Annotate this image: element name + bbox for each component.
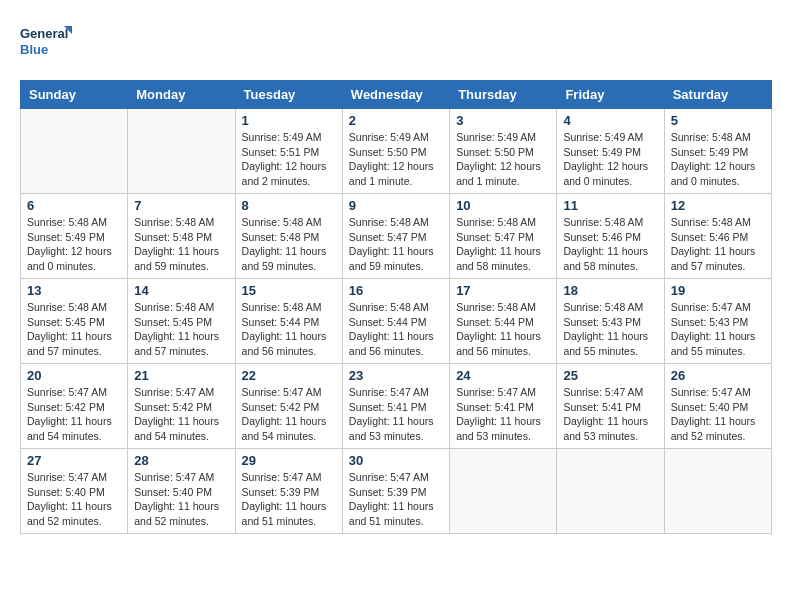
weekday-header: Thursday xyxy=(450,81,557,109)
day-number: 3 xyxy=(456,113,550,128)
calendar-cell: 18Sunrise: 5:48 AM Sunset: 5:43 PM Dayli… xyxy=(557,279,664,364)
day-number: 24 xyxy=(456,368,550,383)
day-number: 5 xyxy=(671,113,765,128)
calendar-week-row: 13Sunrise: 5:48 AM Sunset: 5:45 PM Dayli… xyxy=(21,279,772,364)
day-number: 19 xyxy=(671,283,765,298)
weekday-header: Wednesday xyxy=(342,81,449,109)
calendar-cell xyxy=(557,449,664,534)
calendar-cell: 10Sunrise: 5:48 AM Sunset: 5:47 PM Dayli… xyxy=(450,194,557,279)
day-info: Sunrise: 5:47 AM Sunset: 5:39 PM Dayligh… xyxy=(349,470,443,529)
day-info: Sunrise: 5:48 AM Sunset: 5:43 PM Dayligh… xyxy=(563,300,657,359)
weekday-header: Tuesday xyxy=(235,81,342,109)
logo: General Blue xyxy=(20,20,72,64)
day-info: Sunrise: 5:48 AM Sunset: 5:48 PM Dayligh… xyxy=(134,215,228,274)
day-info: Sunrise: 5:47 AM Sunset: 5:39 PM Dayligh… xyxy=(242,470,336,529)
day-info: Sunrise: 5:47 AM Sunset: 5:40 PM Dayligh… xyxy=(27,470,121,529)
day-info: Sunrise: 5:49 AM Sunset: 5:51 PM Dayligh… xyxy=(242,130,336,189)
day-info: Sunrise: 5:49 AM Sunset: 5:50 PM Dayligh… xyxy=(456,130,550,189)
day-info: Sunrise: 5:48 AM Sunset: 5:45 PM Dayligh… xyxy=(27,300,121,359)
day-number: 20 xyxy=(27,368,121,383)
day-info: Sunrise: 5:48 AM Sunset: 5:44 PM Dayligh… xyxy=(349,300,443,359)
day-number: 18 xyxy=(563,283,657,298)
day-number: 21 xyxy=(134,368,228,383)
calendar-cell: 17Sunrise: 5:48 AM Sunset: 5:44 PM Dayli… xyxy=(450,279,557,364)
day-number: 29 xyxy=(242,453,336,468)
calendar-cell: 19Sunrise: 5:47 AM Sunset: 5:43 PM Dayli… xyxy=(664,279,771,364)
calendar-cell: 28Sunrise: 5:47 AM Sunset: 5:40 PM Dayli… xyxy=(128,449,235,534)
weekday-header: Friday xyxy=(557,81,664,109)
calendar-week-row: 6Sunrise: 5:48 AM Sunset: 5:49 PM Daylig… xyxy=(21,194,772,279)
day-number: 2 xyxy=(349,113,443,128)
day-number: 16 xyxy=(349,283,443,298)
day-info: Sunrise: 5:48 AM Sunset: 5:46 PM Dayligh… xyxy=(671,215,765,274)
calendar-cell: 13Sunrise: 5:48 AM Sunset: 5:45 PM Dayli… xyxy=(21,279,128,364)
calendar-cell: 14Sunrise: 5:48 AM Sunset: 5:45 PM Dayli… xyxy=(128,279,235,364)
day-number: 23 xyxy=(349,368,443,383)
calendar-week-row: 27Sunrise: 5:47 AM Sunset: 5:40 PM Dayli… xyxy=(21,449,772,534)
logo-icon: General Blue xyxy=(20,20,72,64)
calendar-cell: 5Sunrise: 5:48 AM Sunset: 5:49 PM Daylig… xyxy=(664,109,771,194)
weekday-header: Saturday xyxy=(664,81,771,109)
day-info: Sunrise: 5:47 AM Sunset: 5:42 PM Dayligh… xyxy=(27,385,121,444)
day-number: 25 xyxy=(563,368,657,383)
calendar-week-row: 20Sunrise: 5:47 AM Sunset: 5:42 PM Dayli… xyxy=(21,364,772,449)
calendar-cell xyxy=(450,449,557,534)
calendar-cell: 2Sunrise: 5:49 AM Sunset: 5:50 PM Daylig… xyxy=(342,109,449,194)
day-number: 4 xyxy=(563,113,657,128)
day-number: 9 xyxy=(349,198,443,213)
day-info: Sunrise: 5:48 AM Sunset: 5:48 PM Dayligh… xyxy=(242,215,336,274)
calendar-cell: 7Sunrise: 5:48 AM Sunset: 5:48 PM Daylig… xyxy=(128,194,235,279)
day-number: 12 xyxy=(671,198,765,213)
calendar-week-row: 1Sunrise: 5:49 AM Sunset: 5:51 PM Daylig… xyxy=(21,109,772,194)
day-number: 17 xyxy=(456,283,550,298)
day-number: 26 xyxy=(671,368,765,383)
day-number: 1 xyxy=(242,113,336,128)
calendar-cell: 1Sunrise: 5:49 AM Sunset: 5:51 PM Daylig… xyxy=(235,109,342,194)
day-info: Sunrise: 5:47 AM Sunset: 5:40 PM Dayligh… xyxy=(671,385,765,444)
day-number: 27 xyxy=(27,453,121,468)
calendar-cell xyxy=(128,109,235,194)
day-info: Sunrise: 5:48 AM Sunset: 5:46 PM Dayligh… xyxy=(563,215,657,274)
calendar-cell: 4Sunrise: 5:49 AM Sunset: 5:49 PM Daylig… xyxy=(557,109,664,194)
day-info: Sunrise: 5:47 AM Sunset: 5:41 PM Dayligh… xyxy=(349,385,443,444)
day-info: Sunrise: 5:47 AM Sunset: 5:41 PM Dayligh… xyxy=(563,385,657,444)
day-info: Sunrise: 5:49 AM Sunset: 5:50 PM Dayligh… xyxy=(349,130,443,189)
day-number: 14 xyxy=(134,283,228,298)
calendar-cell: 3Sunrise: 5:49 AM Sunset: 5:50 PM Daylig… xyxy=(450,109,557,194)
day-info: Sunrise: 5:48 AM Sunset: 5:45 PM Dayligh… xyxy=(134,300,228,359)
calendar-cell: 29Sunrise: 5:47 AM Sunset: 5:39 PM Dayli… xyxy=(235,449,342,534)
calendar-cell: 8Sunrise: 5:48 AM Sunset: 5:48 PM Daylig… xyxy=(235,194,342,279)
day-info: Sunrise: 5:48 AM Sunset: 5:44 PM Dayligh… xyxy=(456,300,550,359)
day-info: Sunrise: 5:47 AM Sunset: 5:40 PM Dayligh… xyxy=(134,470,228,529)
svg-text:Blue: Blue xyxy=(20,42,48,57)
calendar-cell: 26Sunrise: 5:47 AM Sunset: 5:40 PM Dayli… xyxy=(664,364,771,449)
calendar-cell: 9Sunrise: 5:48 AM Sunset: 5:47 PM Daylig… xyxy=(342,194,449,279)
calendar-cell: 6Sunrise: 5:48 AM Sunset: 5:49 PM Daylig… xyxy=(21,194,128,279)
day-info: Sunrise: 5:47 AM Sunset: 5:43 PM Dayligh… xyxy=(671,300,765,359)
day-info: Sunrise: 5:47 AM Sunset: 5:42 PM Dayligh… xyxy=(242,385,336,444)
page-header: General Blue xyxy=(20,20,772,64)
calendar-cell: 20Sunrise: 5:47 AM Sunset: 5:42 PM Dayli… xyxy=(21,364,128,449)
calendar-cell xyxy=(664,449,771,534)
calendar-cell: 27Sunrise: 5:47 AM Sunset: 5:40 PM Dayli… xyxy=(21,449,128,534)
calendar-cell: 25Sunrise: 5:47 AM Sunset: 5:41 PM Dayli… xyxy=(557,364,664,449)
calendar-table: SundayMondayTuesdayWednesdayThursdayFrid… xyxy=(20,80,772,534)
svg-text:General: General xyxy=(20,26,68,41)
weekday-header: Monday xyxy=(128,81,235,109)
day-info: Sunrise: 5:47 AM Sunset: 5:42 PM Dayligh… xyxy=(134,385,228,444)
day-number: 11 xyxy=(563,198,657,213)
day-number: 28 xyxy=(134,453,228,468)
day-number: 15 xyxy=(242,283,336,298)
calendar-cell xyxy=(21,109,128,194)
day-info: Sunrise: 5:48 AM Sunset: 5:47 PM Dayligh… xyxy=(456,215,550,274)
day-number: 7 xyxy=(134,198,228,213)
weekday-header: Sunday xyxy=(21,81,128,109)
day-number: 30 xyxy=(349,453,443,468)
day-info: Sunrise: 5:48 AM Sunset: 5:47 PM Dayligh… xyxy=(349,215,443,274)
calendar-cell: 15Sunrise: 5:48 AM Sunset: 5:44 PM Dayli… xyxy=(235,279,342,364)
day-number: 22 xyxy=(242,368,336,383)
calendar-header-row: SundayMondayTuesdayWednesdayThursdayFrid… xyxy=(21,81,772,109)
calendar-cell: 11Sunrise: 5:48 AM Sunset: 5:46 PM Dayli… xyxy=(557,194,664,279)
calendar-cell: 12Sunrise: 5:48 AM Sunset: 5:46 PM Dayli… xyxy=(664,194,771,279)
calendar-cell: 16Sunrise: 5:48 AM Sunset: 5:44 PM Dayli… xyxy=(342,279,449,364)
